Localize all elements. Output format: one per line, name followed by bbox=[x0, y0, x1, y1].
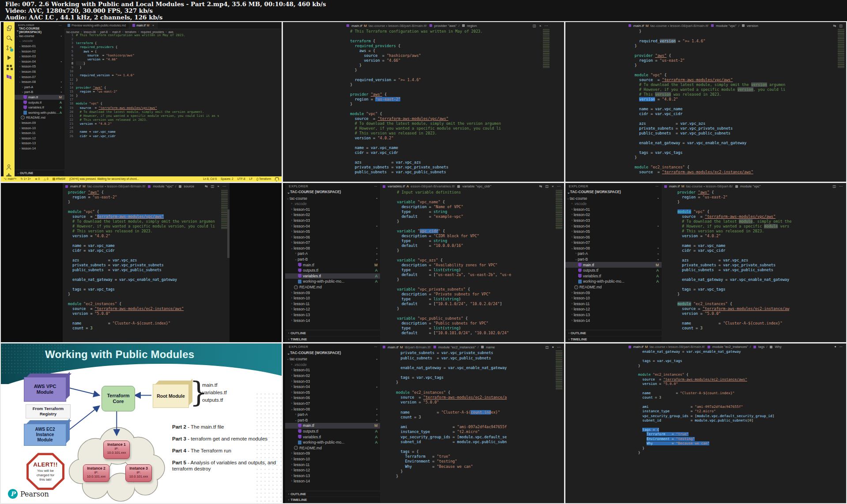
scrollbar[interactable] bbox=[227, 209, 230, 258]
breadcrumb-path[interactable]: esson-08/part-B/variables.tf/ bbox=[410, 184, 455, 188]
section-timeline[interactable]: ›TIMELINE bbox=[285, 336, 380, 343]
breadcrumb-path[interactable]: tac-course • lesson-08/part-B/ bbox=[686, 184, 733, 188]
breadcrumb-filename[interactable]: main.tf bbox=[70, 184, 81, 188]
tree-item-README.md[interactable]: iREADME.md bbox=[565, 284, 662, 290]
tree-item-README.md[interactable]: iREADME.md bbox=[285, 284, 380, 290]
tree-item-lesson-11[interactable]: ›lesson-11 bbox=[565, 301, 662, 307]
breadcrumb[interactable]: main.tfMtac-course • lesson-08/part-B/ma… bbox=[344, 22, 551, 29]
breadcrumb-segment[interactable]: module "ec2_instances" bbox=[438, 345, 476, 349]
workspace-root[interactable]: ⌄TAC-COURSE (WORKSPACE) bbox=[285, 350, 380, 356]
breadcrumb[interactable]: main.tfMtac-course • lesson-08/part-B/ma… bbox=[626, 343, 846, 350]
tree-item-working-with-public-mo...[interactable]: working-with-public-mo...A bbox=[285, 440, 380, 445]
tree-item-main.tf[interactable]: main.tfM bbox=[15, 95, 64, 100]
split-icon[interactable]: ◫ bbox=[533, 24, 536, 28]
status-item[interactable]: () Terraform bbox=[256, 177, 271, 180]
tree-item-part-B[interactable]: ⌄part-B● bbox=[285, 417, 380, 423]
status-item[interactable]: (Ctrl+K) was pressed. Waiting for second… bbox=[69, 177, 139, 180]
minimap[interactable] bbox=[838, 29, 844, 68]
tree-item-lesson-08[interactable]: ⌄lesson-08● bbox=[565, 246, 662, 251]
more-icon[interactable]: ⋯ bbox=[222, 184, 226, 188]
status-item[interactable]: Ln 8, Col 6 bbox=[203, 177, 217, 180]
run-debug-icon[interactable] bbox=[6, 55, 12, 60]
tree-item-working-with-public-mo...[interactable]: working-with-public-mo...A bbox=[565, 279, 662, 284]
breadcrumb[interactable]: main.tfMl8/part-B/main.tf/module "ec2_in… bbox=[380, 343, 564, 351]
tree-item-part-B[interactable]: ⌄part-B● bbox=[15, 90, 64, 95]
tree-item-lesson-09[interactable]: ›lesson-09 bbox=[285, 451, 380, 456]
section-outline[interactable]: ›OUTLINE bbox=[285, 491, 380, 497]
breadcrumb-path[interactable]: tac-course • lesson-08/part-B/main.tf/ bbox=[369, 24, 427, 28]
tree-item-lesson-08[interactable]: ⌄lesson-08● bbox=[285, 246, 380, 251]
more-icon[interactable]: ⋯ bbox=[557, 184, 561, 188]
breadcrumb-segment[interactable]: name bbox=[486, 345, 495, 349]
tree-item-.vscode[interactable]: ›.vscode bbox=[15, 38, 64, 44]
breadcrumb-path[interactable]: tac-course • lesson-08/part-B/main.tf/ bbox=[650, 345, 705, 349]
tree-item-lesson-14[interactable]: ›lesson-14 bbox=[565, 317, 662, 323]
tree-item-lesson-07[interactable]: ›lesson-07 bbox=[285, 240, 380, 246]
tree-item-lesson-01[interactable]: ›lesson-01 bbox=[285, 206, 380, 212]
tree-item-lesson-02[interactable]: ›lesson-02 bbox=[285, 212, 380, 218]
status-item[interactable] bbox=[275, 177, 279, 180]
status-item[interactable]: LF bbox=[249, 177, 252, 180]
status-item[interactable]: Spaces: 2 bbox=[221, 177, 233, 180]
tree-item-lesson-03[interactable]: ›lesson-03 bbox=[285, 378, 380, 384]
tree-item-lesson-10[interactable]: ›lesson-10 bbox=[285, 456, 380, 462]
tree-item-lesson-06[interactable]: ›lesson-06 bbox=[285, 234, 380, 240]
search-icon[interactable] bbox=[6, 35, 12, 41]
breadcrumb-segment[interactable]: Why bbox=[775, 345, 781, 349]
minimap[interactable] bbox=[556, 190, 562, 229]
tab-preview[interactable]: Preview working-with-public-modules.md bbox=[64, 22, 129, 29]
terraform-icon[interactable] bbox=[6, 74, 12, 80]
breadcrumb-filename[interactable]: main.tf bbox=[633, 24, 644, 28]
account-icon[interactable] bbox=[6, 164, 12, 170]
more-icon[interactable]: ⋯ bbox=[839, 345, 843, 349]
tree-item-lesson-12[interactable]: ›lesson-12 bbox=[565, 306, 662, 312]
tree-item-lesson-09[interactable]: ›lesson-09 bbox=[565, 290, 662, 295]
status-item-error[interactable]: ⊗0 bbox=[35, 177, 40, 181]
tree-item-lesson-14[interactable]: ›lesson-14 bbox=[285, 317, 380, 323]
breadcrumb-filename[interactable]: main.tf bbox=[633, 345, 644, 349]
tree-item-lesson-05[interactable]: ›lesson-05 bbox=[285, 389, 380, 395]
tree-item-outputs.tf[interactable]: outputs.tfA bbox=[15, 100, 64, 105]
tree-item-lesson-10[interactable]: ›lesson-10 bbox=[15, 125, 64, 131]
tree-item-working-with-public-mo...[interactable]: working-with-public-mo...A bbox=[15, 110, 64, 116]
tree-item-lesson-02[interactable]: ›lesson-02 bbox=[15, 49, 64, 54]
breadcrumb-path[interactable]: tac-course • lesson-08/part-B/main.tf/ bbox=[650, 24, 708, 28]
tree-item-lesson-04[interactable]: ›lesson-04● bbox=[15, 59, 64, 64]
tree-item-lesson-03[interactable]: ›lesson-03 bbox=[15, 54, 64, 59]
section-outline[interactable]: ›OUTLINE bbox=[285, 330, 380, 336]
breadcrumb-segment[interactable]: provider "aws" bbox=[434, 24, 457, 28]
tree-item-lesson-01[interactable]: ›lesson-01 bbox=[565, 206, 662, 212]
files-icon[interactable] bbox=[6, 26, 12, 31]
tree-item-lesson-06[interactable]: ›lesson-06 bbox=[565, 234, 662, 240]
tree-item-tac-course[interactable]: ⌄tac-course● bbox=[15, 34, 64, 39]
breadcrumb-segment[interactable]: module "vpc" bbox=[153, 184, 173, 188]
tree-item-tac-course[interactable]: ⌄tac-course● bbox=[285, 195, 380, 201]
tree-item-lesson-13[interactable]: ›lesson-13 bbox=[565, 312, 662, 318]
status-item-branch[interactable]: ⌥main*+ bbox=[4, 177, 16, 181]
tree-item-lesson-11[interactable]: ›lesson-11 bbox=[285, 301, 380, 307]
tree-item-lesson-04[interactable]: ›lesson-04● bbox=[285, 384, 380, 390]
explorer-more-icon[interactable]: ⋯ bbox=[655, 184, 659, 188]
source-control-icon[interactable] bbox=[6, 45, 12, 51]
tree-item-lesson-03[interactable]: ›lesson-03 bbox=[285, 218, 380, 224]
compare-icon[interactable]: ⇆ bbox=[539, 184, 542, 188]
tree-item-README.md[interactable]: iREADME.md bbox=[285, 445, 380, 451]
tree-item-lesson-05[interactable]: ›lesson-05 bbox=[285, 229, 380, 235]
breadcrumb-path[interactable]: l8/part-B/main.tf/ bbox=[405, 345, 431, 349]
tree-item-lesson-06[interactable]: ›lesson-06 bbox=[15, 69, 64, 75]
tree-item-lesson-12[interactable]: ›lesson-12 bbox=[285, 306, 380, 312]
breadcrumb[interactable]: main.tfMtac-course • lesson-08/part-B/mo… bbox=[662, 183, 846, 190]
tree-item-outputs.tf[interactable]: outputs.tfA bbox=[285, 268, 380, 273]
tree-item-outputs.tf[interactable]: outputs.tfA bbox=[565, 268, 662, 273]
compare-icon[interactable]: ⇆ bbox=[833, 24, 836, 28]
tree-item-lesson-01[interactable]: ›lesson-01 bbox=[285, 367, 380, 373]
section-timeline[interactable]: ›TIMELINE bbox=[285, 497, 380, 503]
tree-item-.vscode[interactable]: ›.vscode bbox=[285, 362, 380, 368]
tree-item-lesson-13[interactable]: ›lesson-13 bbox=[285, 473, 380, 478]
tree-item-.vscode[interactable]: ›.vscode bbox=[285, 201, 380, 207]
tree-item-lesson-06[interactable]: ›lesson-06 bbox=[285, 395, 380, 401]
tree-item-variables.tf[interactable]: variables.tfA bbox=[565, 273, 662, 279]
breadcrumb[interactable]: main.tfMtac-course • lesson-08/part-B/ma… bbox=[626, 22, 846, 29]
tree-item-README.md[interactable]: iREADME.md bbox=[15, 115, 64, 120]
breadcrumb-segment[interactable]: tags bbox=[758, 345, 764, 349]
